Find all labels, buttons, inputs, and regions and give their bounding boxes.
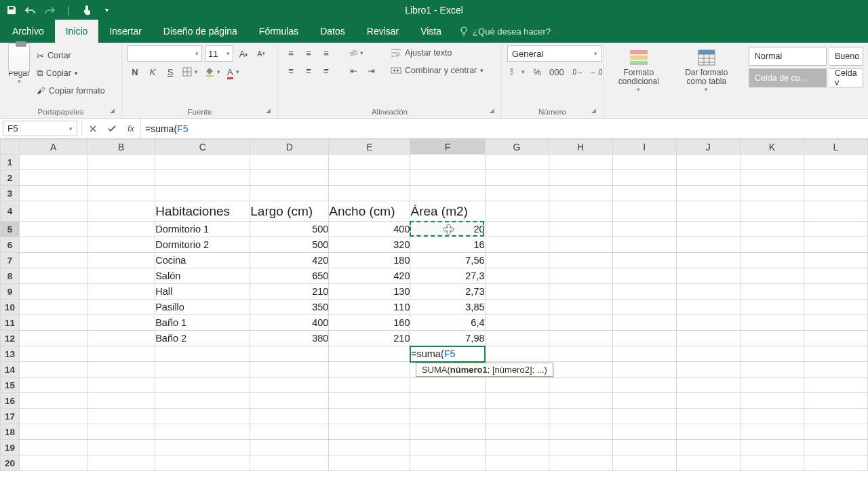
cell-J9[interactable] [676, 284, 740, 300]
cell-K18[interactable] [740, 424, 804, 440]
cell-D12[interactable]: 380 [250, 331, 329, 346]
cell-F6[interactable]: 16 [410, 237, 485, 253]
orientation-button[interactable]: ab [346, 45, 366, 60]
cell-D19[interactable] [250, 440, 329, 455]
cell-G17[interactable] [485, 409, 549, 424]
number-format-combo[interactable]: General ▾ [507, 45, 602, 62]
wrap-text-button[interactable]: Ajustar texto [391, 45, 484, 60]
cell-L20[interactable] [804, 455, 867, 471]
cell-H6[interactable] [549, 237, 612, 253]
cell-B6[interactable] [87, 237, 155, 253]
cell-C19[interactable] [155, 440, 250, 455]
column-header-D[interactable]: D [250, 140, 329, 155]
cell-D13[interactable] [250, 346, 329, 362]
cell-F4[interactable]: Área (m2) [410, 201, 485, 222]
cell-F18[interactable] [410, 424, 485, 440]
row-header-13[interactable]: 13 [1, 346, 20, 362]
cell-A2[interactable] [20, 170, 87, 186]
cell-G6[interactable] [485, 237, 549, 253]
copy-button[interactable]: ⧉ Copiar ▾ [37, 66, 105, 81]
cell-C11[interactable]: Baño 1 [155, 315, 250, 331]
increase-indent-icon[interactable]: ⇥ [363, 63, 378, 78]
cell-E14[interactable] [329, 362, 410, 378]
cell-H11[interactable] [549, 315, 612, 331]
cell-A7[interactable] [20, 253, 87, 268]
cell-E4[interactable]: Ancho (cm) [329, 201, 410, 222]
cell-I20[interactable] [612, 455, 676, 471]
cell-F11[interactable]: 6,4 [410, 315, 485, 331]
cell-H4[interactable] [549, 201, 612, 222]
column-header-B[interactable]: B [87, 140, 155, 155]
row-header-3[interactable]: 3 [1, 186, 20, 201]
cell-I13[interactable] [612, 346, 676, 362]
increase-decimal-icon[interactable]: .0→ [569, 64, 585, 79]
row-header-11[interactable]: 11 [1, 315, 20, 331]
cell-C17[interactable] [155, 409, 250, 424]
cell-J4[interactable] [676, 201, 740, 222]
cell-E8[interactable]: 420 [329, 268, 410, 284]
font-color-button[interactable]: A [225, 64, 241, 79]
cell-J19[interactable] [676, 440, 740, 455]
cell-B19[interactable] [87, 440, 155, 455]
save-icon[interactable] [5, 4, 18, 16]
cell-J1[interactable] [676, 155, 740, 170]
cell-E2[interactable] [329, 170, 410, 186]
cell-J20[interactable] [676, 455, 740, 471]
cell-G5[interactable] [485, 222, 549, 237]
cell-E16[interactable] [329, 393, 410, 409]
cell-L11[interactable] [804, 315, 867, 331]
row-header-16[interactable]: 16 [1, 393, 20, 409]
tab-insertar[interactable]: Insertar [98, 20, 152, 43]
cell-L14[interactable] [804, 362, 867, 378]
cell-G8[interactable] [485, 268, 549, 284]
cell-F19[interactable] [410, 440, 485, 455]
cell-J7[interactable] [676, 253, 740, 268]
cell-D7[interactable]: 420 [250, 253, 329, 268]
cell-L9[interactable] [804, 284, 867, 300]
cell-I6[interactable] [612, 237, 676, 253]
align-top-icon[interactable]: ≡ [283, 45, 298, 60]
row-header-5[interactable]: 5 [1, 222, 20, 237]
cell-G15[interactable] [485, 378, 549, 393]
column-header-L[interactable]: L [804, 140, 867, 155]
cell-A14[interactable] [20, 362, 87, 378]
cell-F20[interactable] [410, 455, 485, 471]
percent-format-icon[interactable]: % [530, 64, 545, 79]
cell-A3[interactable] [20, 186, 87, 201]
select-all-corner[interactable] [1, 140, 20, 155]
cell-F9[interactable]: 2,73 [410, 284, 485, 300]
cell-D9[interactable]: 210 [250, 284, 329, 300]
cell-B5[interactable] [87, 222, 155, 237]
cell-G2[interactable] [485, 170, 549, 186]
cell-A4[interactable] [20, 201, 87, 222]
column-header-K[interactable]: K [740, 140, 804, 155]
cell-K14[interactable] [740, 362, 804, 378]
cell-G3[interactable] [485, 186, 549, 201]
cell-I19[interactable] [612, 440, 676, 455]
cell-G13[interactable] [485, 346, 549, 362]
cell-H19[interactable] [549, 440, 612, 455]
touch-mode-icon[interactable] [81, 4, 94, 16]
cell-E13[interactable] [329, 346, 410, 362]
cell-I2[interactable] [612, 170, 676, 186]
cell-A5[interactable] [20, 222, 87, 237]
column-header-I[interactable]: I [612, 140, 676, 155]
cell-I15[interactable] [612, 378, 676, 393]
tab-inicio[interactable]: Inicio [55, 20, 99, 43]
column-header-C[interactable]: C [155, 140, 250, 155]
qat-customize-icon[interactable]: ▾ [100, 4, 113, 16]
row-header-6[interactable]: 6 [1, 237, 20, 253]
row-header-20[interactable]: 20 [1, 455, 20, 471]
font-name-combo[interactable]: ▾ [127, 45, 202, 62]
cell-F1[interactable] [410, 155, 485, 170]
decrease-decimal-icon[interactable]: ←.0 [588, 64, 604, 79]
paste-button[interactable]: Pegar ▾ [5, 45, 33, 86]
cell-J2[interactable] [676, 170, 740, 186]
underline-button[interactable]: S [163, 64, 178, 79]
cell-B2[interactable] [87, 170, 155, 186]
cell-D18[interactable] [250, 424, 329, 440]
cell-I18[interactable] [612, 424, 676, 440]
cell-E12[interactable]: 210 [329, 331, 410, 346]
font-launcher-icon[interactable]: ◢ [264, 107, 272, 115]
cell-F13[interactable]: =suma(F5 [410, 346, 485, 362]
